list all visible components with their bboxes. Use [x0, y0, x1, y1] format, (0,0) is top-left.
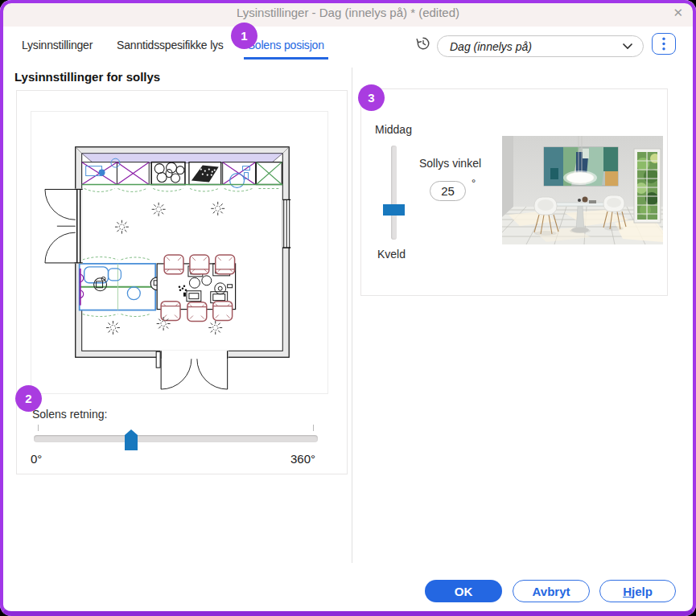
sun-direction-min-label: 0° — [31, 452, 42, 466]
floor-plan-box — [31, 111, 328, 394]
sun-elevation-slider[interactable] — [391, 146, 397, 240]
preset-dropdown[interactable]: Dag (innelys på) — [437, 35, 644, 57]
tab-bar: Lysinnstillinger Sanntidsspesifikke lys … — [22, 39, 328, 60]
degree-unit: ° — [472, 177, 476, 189]
top-wall-band — [82, 154, 283, 163]
title-bar: Lysinstillinger - Dag (innelys på) * (ed… — [0, 0, 696, 27]
window-title: Lysinstillinger - Dag (innelys på) * (ed… — [0, 6, 696, 19]
light-settings-dialog: Lysinstillinger - Dag (innelys på) * (ed… — [0, 0, 696, 616]
room-preview-image — [502, 136, 663, 244]
garden-door — [634, 149, 661, 223]
left-double-door — [45, 188, 83, 263]
evening-label: Kveld — [377, 248, 406, 261]
chevron-down-icon — [622, 43, 633, 50]
history-button[interactable] — [414, 34, 433, 53]
step-badge-3: 3 — [358, 84, 385, 111]
sun-elevation-slider-thumb[interactable] — [383, 204, 405, 216]
kebab-menu-icon — [661, 37, 666, 51]
vertical-divider — [352, 68, 352, 563]
sun-direction-max-label: 360° — [290, 452, 315, 466]
sun-angle-label: Sollys vinkel — [419, 157, 481, 170]
sun-angle-input[interactable] — [430, 181, 466, 201]
slider-tick-min — [38, 425, 39, 431]
pendant-lamp — [566, 172, 594, 183]
close-icon[interactable]: ✕ — [673, 6, 683, 20]
step-badge-1: 1 — [231, 23, 257, 49]
cancel-button[interactable]: Avbryt — [513, 580, 590, 602]
tab-light-settings[interactable]: Lysinnstillinger — [22, 39, 93, 60]
sun-direction-label: Solens retning: — [32, 408, 107, 421]
more-options-button[interactable] — [652, 33, 676, 55]
sun-direction-slider[interactable] — [34, 435, 318, 442]
tab-realtime-lights[interactable]: Sanntidsspesifikke lys — [117, 39, 224, 60]
sunlight-settings-heading: Lysinnstillinger for sollys — [14, 70, 160, 84]
bottom-double-door — [156, 350, 228, 389]
right-window — [282, 199, 290, 248]
tab-sun-position[interactable]: Solens posisjon — [244, 39, 328, 60]
ok-button[interactable]: OK — [425, 580, 502, 602]
floor-plan-image — [31, 112, 327, 393]
kitchen-island — [80, 257, 163, 316]
step-badge-2: 2 — [15, 385, 42, 412]
noon-label: Middag — [375, 123, 412, 136]
history-restore-icon — [415, 35, 431, 51]
preset-value: Dag (innelys på) — [450, 40, 622, 53]
slider-tick-max — [313, 425, 314, 431]
help-button[interactable]: Hjelp — [599, 580, 676, 602]
